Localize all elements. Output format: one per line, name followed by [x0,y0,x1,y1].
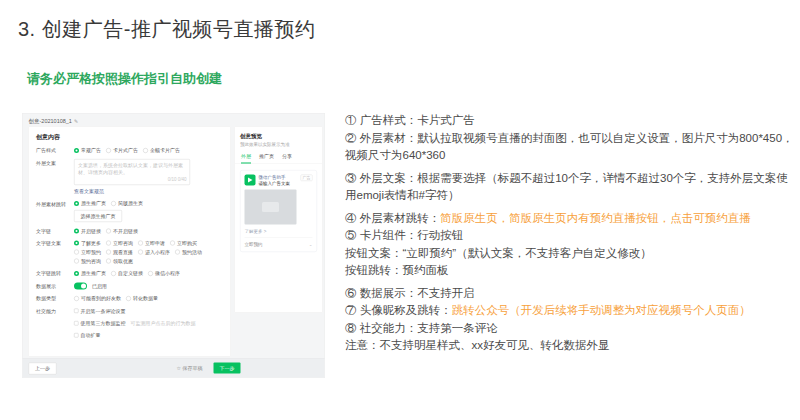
page-title: 3. 创建广告-推广视频号直播预约 [18,16,315,43]
toggle-switch[interactable] [74,282,87,289]
radio-icon [111,271,116,276]
radio-option[interactable]: 观看直播 [106,249,133,256]
option-label: 转化数据量 [133,295,158,302]
form-row-label: 社交能力 [36,307,74,315]
save-draft-button[interactable]: ☆保存草稿 [177,365,203,372]
radio-option[interactable]: 进入小程序 [138,249,170,256]
radio-icon [138,250,143,255]
next-step-button[interactable]: 下一步 [214,363,241,374]
option-label: 原生推广页 [81,200,106,207]
radio-option[interactable]: 全幅卡片广告 [143,147,180,154]
preview-tab-2[interactable]: 分享 [282,153,292,164]
option-label: 开启链接 [81,227,101,234]
radio-icon [148,271,153,276]
form-row-control: 自动扩量 [74,332,224,339]
radio-option[interactable]: 了解更多 [74,240,101,247]
chevron-down-icon: ⌄ [309,242,313,247]
creative-form-rows: 广告样式常规广告卡片式广告全幅卡片广告外层文案文案选填，系统会拉取默认文案，建议… [29,143,230,339]
instruction-text: 注意：不支持明星样式、xx好友可见、转化数据外显 [345,339,610,351]
ad-tag-badge: 广告 [301,175,313,182]
form-row-label: 外层素材跳转 [36,200,74,222]
radio-option[interactable]: 常规广告 [74,147,101,154]
copy-guideline-link[interactable]: 查看文案规范 [74,188,224,195]
radio-option[interactable]: 开启链接 [74,227,101,234]
play-placeholder-icon [262,202,279,212]
radio-option[interactable]: 领取优惠 [106,258,133,265]
form-row-control: 文案选填，系统会拉取默认文案，建议与外层素材、详情页内容相关。0/10 0/40… [74,159,224,195]
preview-subtitle: 预览效果以实际展示为准 [235,140,322,148]
radio-option[interactable]: 简版原生页 [111,200,143,207]
option-label: 进入小程序 [145,249,170,256]
preview-tabs: 外层推广页分享 [235,148,322,165]
option-label: 自动扩量 [81,332,101,339]
radio-icon [74,250,79,255]
radio-option[interactable]: 卡片式广告 [106,147,138,154]
radio-option[interactable]: 原生推广页 [74,200,106,207]
ad-creation-screenshot: 创意-20210108_1✎ 创意内容 广告样式常规广告卡片式广告全幅卡片广告外… [22,113,325,378]
instruction-line: ⑤ 卡片组件：行动按钮 [345,227,795,245]
checkbox-option[interactable]: 使用第三方数据监控可监测用户点击后的行为数据 [74,320,196,327]
form-row: 文字链跳转原生推广页自定义链接微信小程序 [29,270,230,278]
form-row-control: 原生推广页自定义链接微信小程序 [74,270,224,278]
instruction-text: ⑤ 卡片组件：行动按钮 [345,229,463,241]
form-row-label: 数据类型 [36,295,74,303]
radio-icon [170,241,175,246]
action-button-label: 立即预约 [245,241,263,248]
option-label: 领取优惠 [113,258,133,265]
option-label: 可能看到的好友数 [81,295,121,302]
instruction-text: ③ 外层文案：根据需要选择（标题不超过10个字，详情不超过30个字，支持外层文案… [345,172,788,202]
instruction-text: 按钮跳转：预约面板 [345,264,449,276]
radio-icon [74,201,79,206]
option-label: 常规广告 [81,147,101,154]
radio-option[interactable]: 可能看到的好友数 [74,295,121,302]
option-label: 了解更多 [81,240,101,247]
form-row-label: 文字链 [36,227,74,235]
instruction-text: 按钮文案：“立即预约”（默认文案，不支持客户自定义修改） [345,247,652,259]
instruction-line: ④ 外层素材跳转：简版原生页，简版原生页内有预约直播按钮，点击可预约直播 [345,210,795,228]
option-label: 全幅卡片广告 [150,147,180,154]
toggle-label: 已启用 [92,282,107,289]
radio-icon [138,241,143,246]
previous-step-button[interactable]: 上一步 [29,363,57,375]
outer-copy-textarea[interactable]: 文案选填，系统会拉取默认文案，建议与外层素材、详情页内容相关。0/10 0/40 [74,159,190,185]
radio-option[interactable]: 微信小程序 [148,270,180,277]
edit-icon[interactable]: ✎ [74,119,78,125]
radio-option[interactable]: 自定义链接 [111,270,143,277]
preview-title: 创意预览 [235,127,322,140]
preview-tab-1[interactable]: 推广页 [259,153,274,164]
choose-landing-page-button[interactable]: 选择原生推广页 [74,210,122,222]
form-row: 使用第三方数据监控可监测用户点击后的行为数据 [29,320,230,327]
option-label: 立即咨询 [113,240,133,247]
form-row: 广告样式常规广告卡片式广告全幅卡片广告 [29,147,230,155]
radio-icon [106,250,111,255]
radio-option[interactable]: 立即购买 [170,240,197,247]
option-label: 立即预约 [81,249,101,256]
radio-option[interactable]: 原生推广页 [74,270,106,277]
card-action-row[interactable]: 立即预约 ⌄ [245,241,313,248]
radio-option[interactable]: 转化数据量 [126,295,158,302]
instruction-line: 按钮文案：“立即预约”（默认文案，不支持客户自定义修改） [345,245,795,263]
option-label: 开启第一条评论设置 [81,307,126,314]
checkbox-option[interactable]: 开启第一条评论设置 [74,307,126,314]
radio-option[interactable]: 预约活动 [175,249,202,256]
radio-option[interactable]: 立即咨询 [106,240,133,247]
radio-option[interactable]: 立即申请 [138,240,165,247]
page-subtitle: 请务必严格按照操作指引自助创建 [27,70,222,88]
checkbox-icon [74,333,79,338]
option-label: 自定义链接 [118,270,143,277]
radio-option[interactable]: 立即预约 [74,249,101,256]
form-row: 数据展示已启用 [29,282,230,290]
option-label: 观看直播 [113,249,133,256]
card-link-line[interactable]: 了解更多 > [245,228,313,235]
instruction-text: ② 外层素材：默认拉取视频号直播的封面图，也可以自定义设置，图片尺寸为800*4… [345,132,794,162]
option-label: 微信小程序 [155,270,180,277]
preview-tab-0[interactable]: 外层 [241,153,251,164]
radio-option[interactable]: 不开启链接 [106,227,138,234]
checkbox-option[interactable]: 自动扩量 [74,332,101,339]
radio-icon [106,228,111,233]
form-row: 文字链文案了解更多立即咨询立即申请立即购买立即预约观看直播进入小程序预约活动预约… [29,240,230,265]
form-row-control: 可能看到的好友数转化数据量 [74,295,224,303]
option-note: 可监测用户点击后的行为数据 [131,320,196,327]
radio-icon [106,241,111,246]
radio-option[interactable]: 预约咨询 [74,258,101,265]
